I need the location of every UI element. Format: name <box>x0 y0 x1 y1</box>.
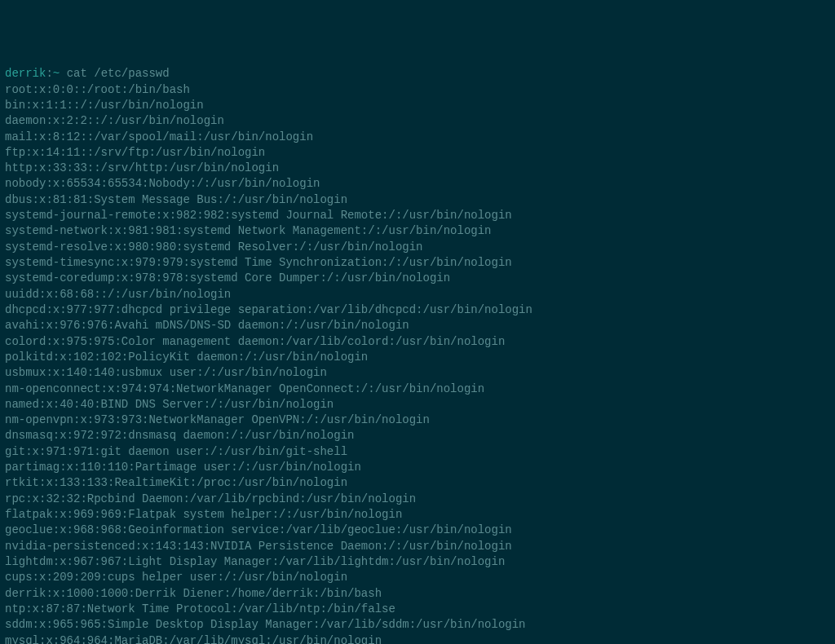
prompt-path: ~ <box>53 67 60 80</box>
prompt-separator: : <box>46 67 52 80</box>
prompt-line: derrik:~ cat /etc/passwd <box>5 67 170 80</box>
prompt-user: derrik <box>5 67 46 80</box>
terminal-output[interactable]: derrik:~ cat /etc/passwd root:x:0:0::/ro… <box>5 66 830 644</box>
command-text: cat /etc/passwd <box>60 67 169 80</box>
output-lines-container: root:x:0:0::/root:/bin/bash bin:x:1:1::/… <box>5 82 830 644</box>
